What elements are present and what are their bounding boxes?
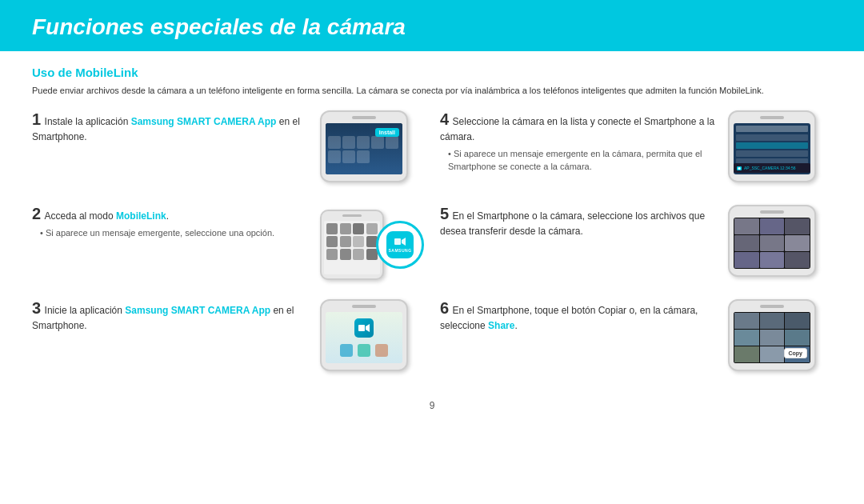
- step-6-image: Copy: [728, 299, 832, 379]
- step-6-screen: Copy: [734, 312, 810, 363]
- gallery-thumb-2: [760, 218, 785, 234]
- page-title: Funciones especiales de la cámara: [32, 14, 832, 40]
- step-1: 1 Instale la aplicación Samsung SMART CA…: [32, 110, 424, 190]
- grid-icon-5: [326, 236, 338, 247]
- step-3-text: 3 Inicie la aplicación Samsung SMART CAM…: [32, 299, 310, 333]
- copy-screen: Copy: [734, 312, 810, 363]
- gallery-thumb-1: [734, 218, 759, 234]
- gallery-thumb-5: [760, 235, 785, 251]
- left-column: 1 Instale la aplicación Samsung SMART CA…: [32, 110, 424, 394]
- grid-icon-2: [340, 223, 351, 234]
- step-4-number: 4: [440, 110, 449, 128]
- samsung-label: SAMSUNG: [388, 248, 411, 253]
- step-6-phone-shape: Copy: [728, 299, 816, 371]
- copy-thumb-6: [785, 330, 810, 346]
- grid-icon-1: [326, 223, 338, 234]
- grid-icon-10: [340, 249, 351, 260]
- copy-thumb-8: [760, 346, 785, 362]
- step-2-phone-shape: [320, 210, 384, 280]
- step-5-phone-shape: [728, 205, 816, 277]
- copy-thumb-3: [785, 313, 810, 329]
- app-thumb-7: [342, 150, 355, 163]
- grid-icon-3: [353, 223, 364, 234]
- step-6-number: 6: [440, 299, 449, 317]
- step-5-text: 5 En el Smartphone o la cámara, seleccio…: [440, 205, 718, 238]
- step-3: 3 Inicie la aplicación Samsung SMART CAM…: [32, 299, 424, 379]
- step-4-text: 4 Seleccione la cámara en la lista y con…: [440, 110, 718, 174]
- step-6-body: En el Smartphone, toque el botón Copiar …: [440, 305, 698, 331]
- step-3-phone-shape: [320, 299, 408, 371]
- step-2-body: Acceda al modo MobileLink. Si aparece un…: [32, 210, 310, 240]
- step-2-circle: SAMSUNG: [376, 221, 424, 269]
- step-6: 6 En el Smartphone, toque el botón Copia…: [440, 299, 832, 379]
- app-thumb-1: [328, 136, 341, 149]
- svg-rect-1: [358, 325, 365, 331]
- grid-icons: [324, 221, 380, 262]
- step-1-text: 1 Instale la aplicación Samsung SMART CA…: [32, 110, 310, 144]
- step-6-highlight: Share: [488, 320, 514, 331]
- gallery-thumb-6: [785, 235, 810, 251]
- install-button-label: Install: [375, 128, 399, 137]
- gallery-thumb-9: [785, 252, 810, 268]
- list-row-1: [736, 134, 808, 141]
- wifi-transfer-icon: [393, 236, 407, 247]
- right-column: 4 Seleccione la cámara en la lista y con…: [440, 110, 832, 394]
- copy-button[interactable]: Copy: [784, 348, 808, 358]
- install-screen: Install: [326, 123, 402, 174]
- bottom-icon-2: [358, 344, 370, 357]
- gallery-thumb-8: [760, 252, 785, 268]
- step-4-body: Seleccione la cámara en la lista y conec…: [440, 116, 718, 174]
- svg-point-3: [738, 167, 741, 170]
- page-number: 9: [32, 400, 832, 411]
- app-launch-screen: [326, 312, 402, 363]
- step-5: 5 En el Smartphone o la cámara, seleccio…: [440, 205, 832, 285]
- step-3-number: 3: [32, 299, 41, 317]
- step-3-screen: [326, 312, 402, 363]
- step-6-text: 6 En el Smartphone, toque el botón Copia…: [440, 299, 718, 333]
- step-2-bullet: Si aparece un mensaje emergente, selecci…: [32, 226, 310, 240]
- bottom-icon-1: [340, 344, 353, 357]
- copy-thumb-7: [734, 346, 759, 362]
- step-5-screen: [734, 218, 810, 269]
- step-2-screen: [324, 221, 380, 274]
- app-thumb-4: [371, 136, 384, 149]
- gallery-thumb-7: [734, 252, 759, 268]
- grid-icon-6: [340, 236, 351, 247]
- step-4: 4 Seleccione la cámara en la lista y con…: [440, 110, 832, 190]
- svg-rect-0: [394, 238, 401, 245]
- step-1-body: Instale la aplicación Samsung SMART CAME…: [32, 116, 300, 142]
- app-thumb-2: [342, 136, 355, 149]
- step-4-phone-shape: AP_SSC_CAMERA 12:34:56: [728, 110, 816, 182]
- step-2-text: 2 Acceda al modo MobileLink. Si aparece …: [32, 205, 310, 240]
- app-thumb-8: [357, 150, 370, 163]
- copy-thumb-5: [760, 330, 785, 346]
- app-bottom-icons: [340, 344, 388, 357]
- step-2-highlight: MobileLink: [116, 210, 166, 222]
- step-5-body: En el Smartphone o la cámara, seleccione…: [440, 210, 705, 237]
- step-4-bullet: Si aparece un mensaje emergente en la cá…: [440, 147, 718, 174]
- step-2: 2 Acceda al modo MobileLink. Si aparece …: [32, 205, 424, 285]
- gallery-thumb-3: [785, 218, 810, 234]
- step-5-image: [728, 205, 832, 285]
- step-1-highlight: Samsung SMART CAMERA App: [131, 116, 277, 127]
- section-title: Uso de MobileLink: [32, 66, 832, 79]
- bottom-icon-3: [375, 344, 388, 357]
- camera-badge: AP_SSC_CAMERA 12:34:56: [734, 163, 810, 173]
- app-large-icon: [354, 318, 374, 338]
- list-header: [736, 126, 808, 132]
- page-header: Funciones especiales de la cámara: [0, 0, 864, 51]
- grid-icon-9: [326, 249, 338, 260]
- step-2-image: SAMSUNG: [320, 205, 424, 285]
- camera-badge-text: AP_SSC_CAMERA 12:34:56: [744, 166, 795, 170]
- gallery-thumb-4: [734, 235, 759, 251]
- app-thumb-5: [386, 136, 398, 149]
- grid-icon-4: [366, 223, 378, 234]
- step-1-number: 1: [32, 110, 41, 128]
- copy-thumb-1: [734, 313, 759, 329]
- content-area: Uso de MobileLink Puede enviar archivos …: [0, 51, 864, 419]
- camera-small-icon: [736, 165, 742, 171]
- grid-icon-7: [353, 236, 364, 247]
- grid-icon-12: [366, 249, 378, 260]
- step-4-image: AP_SSC_CAMERA 12:34:56: [728, 110, 832, 190]
- step-5-number: 5: [440, 205, 449, 222]
